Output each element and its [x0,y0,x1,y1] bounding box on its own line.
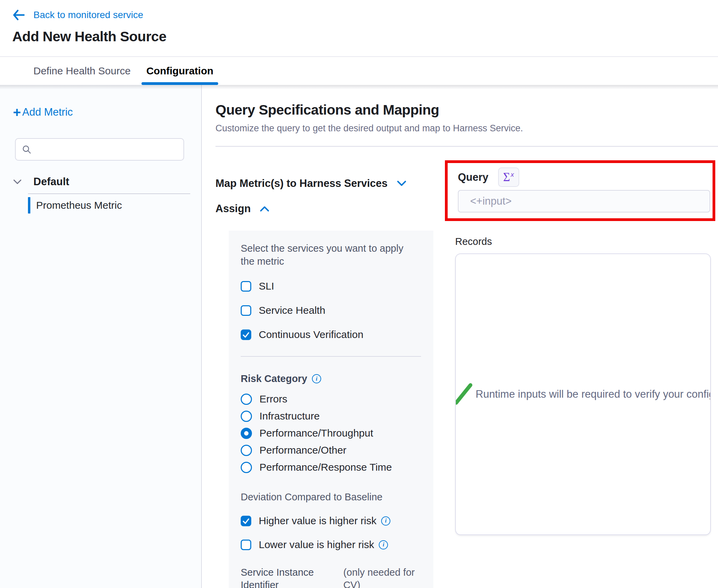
errors-radio[interactable] [241,394,252,405]
performance-other-radio[interactable] [241,445,252,456]
risk-category-label: Risk Category [241,373,307,384]
checkbox-row-lower-value[interactable]: Lower value is higher risk i [241,539,421,550]
sigma-sup-x: x [511,171,514,178]
query-label: Query [458,171,489,183]
higher-value-checkbox[interactable] [241,516,251,526]
service-instance-identifier-note: (only needed for CV) [343,566,421,588]
query-input[interactable] [458,190,710,212]
infrastructure-radio[interactable] [241,411,252,422]
performance-response-time-label: Performance/Response Time [259,461,392,473]
service-instance-identifier-header: Service Instance Identifier (only needed… [241,566,421,588]
risk-category-header: Risk Category i [241,373,421,384]
search-input[interactable] [36,144,183,155]
sli-checkbox[interactable] [241,281,251,292]
service-health-checkbox[interactable] [241,305,251,316]
query-column: Query Σ x Records Runtime inputs will be… [445,147,715,535]
map-metrics-section-toggle[interactable]: Map Metric(s) to Harness Services [215,177,433,190]
radio-row-infrastructure[interactable]: Infrastructure [241,410,421,422]
lower-value-label: Lower value is higher risk [259,539,374,550]
back-to-monitored-service-link[interactable]: Back to monitored service [12,8,718,22]
metric-item-label: Prometheus Metric [36,200,122,211]
chevron-down-icon [13,179,22,185]
records-label: Records [455,236,715,247]
green-check-icon [455,380,474,409]
performance-throughput-label: Performance/Throughput [259,427,373,439]
group-label: Default [33,176,69,188]
radio-row-errors[interactable]: Errors [241,393,421,405]
performance-other-label: Performance/Other [259,444,346,456]
query-header: Query Σ x [458,167,713,187]
checkbox-row-continuous-verification[interactable]: Continuous Verification [241,329,421,340]
assign-section-toggle[interactable]: Assign [215,203,433,215]
service-instance-identifier-label: Service Instance Identifier [241,566,340,588]
query-highlight-box: Query Σ x [445,160,715,221]
metric-search-box[interactable] [15,138,184,161]
selected-indicator-bar [28,197,30,214]
lower-value-checkbox[interactable] [241,540,251,550]
chevron-up-icon [259,205,270,212]
plus-icon: + [13,107,21,117]
back-link-label: Back to monitored service [33,10,143,20]
page-header: Back to monitored service Add New Health… [0,0,718,57]
assign-label: Assign [215,203,251,215]
checkbox-row-service-health[interactable]: Service Health [241,305,421,316]
sigma-icon: Σ [503,171,510,184]
back-arrow-icon [12,10,25,20]
mapping-column: Map Metric(s) to Harness Services Assign… [215,147,433,588]
metrics-sidebar: + Add Metric Default Prometheus Metric [0,85,202,588]
info-icon[interactable]: i [379,540,388,549]
performance-throughput-radio[interactable] [241,428,252,439]
continuous-verification-label: Continuous Verification [259,329,363,340]
sli-label: SLI [259,280,274,292]
search-icon [22,145,31,154]
add-metric-button[interactable]: + Add Metric [13,106,201,118]
chevron-down-icon [397,180,407,187]
radio-row-performance-throughput[interactable]: Performance/Throughput [241,427,421,439]
main-body: Map Metric(s) to Harness Services Assign… [202,147,718,588]
info-icon[interactable]: i [312,374,321,383]
sidebar-group-default[interactable]: Default [0,176,201,188]
deviation-label: Deviation Compared to Baseline [241,491,421,503]
service-health-label: Service Health [259,305,325,316]
assign-panel: Select the services you want to apply th… [229,231,433,588]
records-message-text: Runtime inputs will be required to verif… [476,388,711,400]
performance-response-time-radio[interactable] [241,462,252,473]
content-area: + Add Metric Default Prometheus Metric Q… [0,85,718,588]
checkbox-row-sli[interactable]: SLI [241,280,421,292]
info-icon[interactable]: i [381,516,390,526]
errors-label: Errors [259,393,287,405]
records-message: Runtime inputs will be required to verif… [455,380,710,409]
tab-define-health-source[interactable]: Define Health Source [33,57,131,85]
records-box: Runtime inputs will be required to verif… [455,253,711,535]
section-heading: Query Specifications and Mapping [215,102,718,118]
higher-value-label: Higher value is higher risk [259,515,376,527]
formula-sigma-button[interactable]: Σ x [498,167,519,187]
sidebar-item-prometheus-metric[interactable]: Prometheus Metric [0,194,201,217]
checkbox-row-higher-value[interactable]: Higher value is higher risk i [241,515,421,527]
tab-configuration[interactable]: Configuration [146,57,213,85]
main-panel: Query Specifications and Mapping Customi… [202,85,718,588]
page-title: Add New Health Source [12,29,718,45]
radio-row-performance-other[interactable]: Performance/Other [241,444,421,456]
assign-intro-text: Select the services you want to apply th… [241,242,418,268]
infrastructure-label: Infrastructure [259,410,320,422]
tab-bar: Define Health Source Configuration [0,57,718,85]
panel-divider [241,356,421,357]
add-metric-label: Add Metric [22,106,73,118]
map-metrics-label: Map Metric(s) to Harness Services [215,177,388,190]
radio-row-performance-response-time[interactable]: Performance/Response Time [241,461,421,473]
main-header: Query Specifications and Mapping Customi… [202,85,718,147]
section-subheading: Customize the query to get the desired o… [215,123,718,134]
continuous-verification-checkbox[interactable] [241,329,251,340]
